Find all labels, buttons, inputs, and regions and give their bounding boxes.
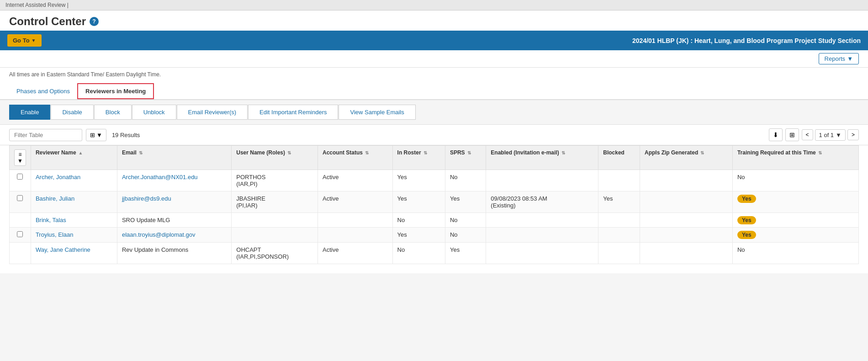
sort-icon-email[interactable]: ⇅	[139, 150, 143, 155]
grid-icon: ⊞	[90, 132, 95, 138]
edit-reminders-button[interactable]: Edit Important Reminders	[248, 105, 338, 120]
row-enabled	[486, 228, 598, 243]
email-link[interactable]: elaan.troyius@diplomat.gov	[122, 231, 196, 238]
row-sprs: Yes	[445, 191, 486, 213]
row-appls-zip	[640, 243, 732, 264]
sort-icon-enabled[interactable]: ⇅	[561, 150, 565, 155]
table-row: Archer, JonathanArcher.Jonathan@NX01.edu…	[10, 170, 859, 191]
row-blocked	[598, 170, 640, 191]
sort-icon-appls-zip[interactable]: ⇅	[700, 150, 704, 155]
row-in-roster: Yes	[392, 170, 445, 191]
tab-phases-options[interactable]: Phases and Options	[9, 83, 77, 99]
table-row: Troyius, Elaanelaan.troyius@diplomat.gov…	[10, 228, 859, 243]
reports-dropdown-arrow: ▼	[847, 55, 853, 62]
row-checkbox-cell	[10, 228, 31, 243]
sort-icon-training[interactable]: ⇅	[818, 150, 822, 155]
email-link[interactable]: jjbashire@ds9.edu	[122, 195, 171, 202]
reviewers-table: ≡ ▼ Reviewer Name ▲ Email ⇅ User Name (R…	[9, 145, 859, 264]
row-username: PORTHOS (IAR,PI)	[232, 170, 318, 191]
column-menu-button[interactable]: ≡ ▼	[14, 149, 26, 166]
page-header: Control Center ?	[0, 11, 868, 31]
unblock-button[interactable]: Unblock	[132, 105, 176, 120]
app-title: Internet Assisted Review	[5, 2, 65, 8]
goto-button[interactable]: Go To ▼	[7, 34, 42, 47]
download-button[interactable]: ⬇	[769, 128, 783, 141]
row-checkbox[interactable]	[17, 231, 23, 237]
row-sprs: No	[445, 228, 486, 243]
row-training: Yes	[732, 213, 858, 228]
view-dropdown-arrow: ▼	[96, 132, 102, 138]
view-sample-emails-button[interactable]: View Sample Emails	[339, 105, 415, 120]
sort-icon-name[interactable]: ▲	[79, 150, 83, 155]
help-icon[interactable]: ?	[90, 17, 99, 26]
col-header-enabled: Enabled (Invitation e-mail) ⇅	[486, 146, 598, 170]
row-email: Rev Update in Commons	[117, 243, 231, 264]
row-training: Yes	[732, 228, 858, 243]
reviewer-name-link[interactable]: Brink, Talas	[36, 217, 66, 223]
reviewer-name-link[interactable]: Troyius, Elaan	[36, 231, 74, 238]
row-appls-zip	[640, 213, 732, 228]
reports-button[interactable]: Reports ▼	[819, 53, 859, 64]
row-sprs: No	[445, 213, 486, 228]
row-checkbox[interactable]	[17, 174, 23, 180]
table-row: Bashire, Julianjjbashire@ds9.eduJBASHIRE…	[10, 191, 859, 213]
row-email: SRO Update MLG	[117, 213, 231, 228]
table-row: Brink, TalasSRO Update MLGNoNoYes	[10, 213, 859, 228]
row-account-status	[318, 213, 392, 228]
row-email: elaan.troyius@diplomat.gov	[117, 228, 231, 243]
row-sprs: Yes	[445, 243, 486, 264]
action-buttons-bar: Enable Disable Block Unblock Email Revie…	[0, 100, 868, 125]
reviewer-name-link[interactable]: Way, Jane Catherine	[36, 246, 90, 253]
sort-icon-in-roster[interactable]: ⇅	[423, 150, 427, 155]
timezone-notice: All times are in Eastern Standard Time/ …	[0, 68, 868, 81]
row-training: Yes	[732, 191, 858, 213]
col-header-email: Email ⇅	[117, 146, 231, 170]
table-toolbar: ⊞ ▼ 19 Results ⬇ ⊞ < 1 of 1 ▼ >	[0, 125, 868, 145]
sort-icon-sprs[interactable]: ⇅	[467, 150, 471, 155]
row-blocked	[598, 213, 640, 228]
results-count: 19 Results	[112, 132, 140, 138]
sort-icon-username[interactable]: ⇅	[287, 150, 291, 155]
row-checkbox-cell	[10, 170, 31, 191]
row-enabled: 09/08/2023 08:53 AM (Existing)	[486, 191, 598, 213]
tabs-container: Phases and Options Reviewers in Meeting	[9, 83, 859, 99]
row-in-roster: No	[392, 213, 445, 228]
row-training: No	[732, 243, 858, 264]
tab-reviewers-in-meeting[interactable]: Reviewers in Meeting	[77, 83, 154, 99]
training-badge: Yes	[737, 195, 756, 203]
grid-view-button[interactable]: ⊞	[785, 128, 799, 141]
row-checkbox[interactable]	[17, 195, 23, 201]
col-header-appls-zip: Appls Zip Generated ⇅	[640, 146, 732, 170]
enable-button[interactable]: Enable	[9, 105, 50, 120]
row-appls-zip	[640, 228, 732, 243]
col-header-in-roster: In Roster ⇅	[392, 146, 445, 170]
reviewer-name-link[interactable]: Archer, Jonathan	[36, 174, 80, 180]
prev-page-button[interactable]: <	[802, 129, 813, 140]
disable-button[interactable]: Disable	[51, 105, 93, 120]
table-container: ≡ ▼ Reviewer Name ▲ Email ⇅ User Name (R…	[0, 145, 868, 273]
block-button[interactable]: Block	[94, 105, 132, 120]
row-reviewer-name: Way, Jane Catherine	[31, 243, 117, 264]
email-reviewer-button[interactable]: Email Reviewer(s)	[177, 105, 248, 120]
row-in-roster: Yes	[392, 228, 445, 243]
session-title: 2024/01 HLBP (JK) : Heart, Lung, and Blo…	[632, 37, 861, 44]
row-account-status: Active	[318, 243, 392, 264]
row-enabled	[486, 213, 598, 228]
row-account-status: Active	[318, 191, 392, 213]
col-header-blocked: Blocked	[598, 146, 640, 170]
row-enabled	[486, 243, 598, 264]
sort-icon-account-status[interactable]: ⇅	[365, 150, 369, 155]
right-tools: ⬇ ⊞ < 1 of 1 ▼ >	[769, 128, 859, 141]
row-in-roster: No	[392, 243, 445, 264]
email-link[interactable]: Archer.Jonathan@NX01.edu	[122, 174, 198, 180]
reviewer-name-link[interactable]: Bashire, Julian	[36, 195, 74, 202]
row-account-status: Active	[318, 170, 392, 191]
row-appls-zip	[640, 170, 732, 191]
row-sprs: No	[445, 170, 486, 191]
row-reviewer-name: Brink, Talas	[31, 213, 117, 228]
view-options-button[interactable]: ⊞ ▼	[86, 129, 106, 141]
row-blocked	[598, 228, 640, 243]
filter-input[interactable]	[9, 129, 82, 141]
next-page-button[interactable]: >	[847, 129, 859, 140]
row-username	[232, 228, 318, 243]
